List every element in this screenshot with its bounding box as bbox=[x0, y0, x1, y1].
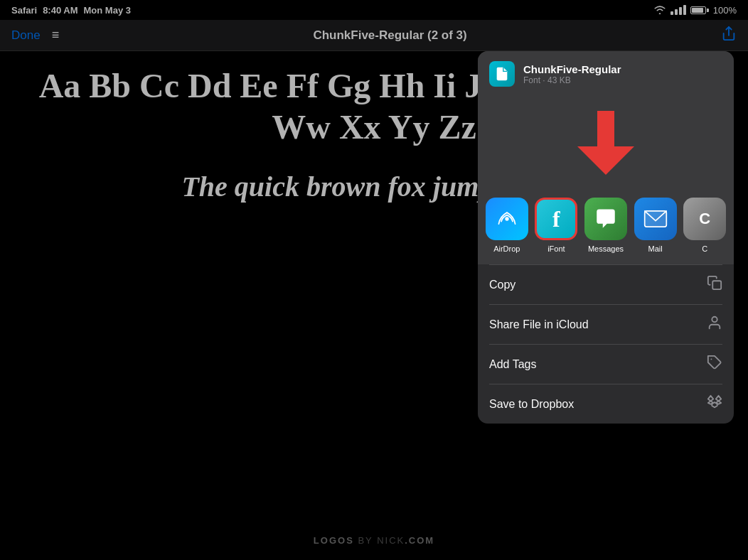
share-header: ChunkFive-Regular Font · 43 KB bbox=[478, 51, 734, 97]
icloud-label: Share File in iCloud bbox=[489, 318, 589, 331]
svg-rect-1 bbox=[597, 111, 614, 146]
share-sheet: ChunkFive-Regular Font · 43 KB AirDrop bbox=[478, 51, 734, 424]
more-label: C bbox=[702, 244, 707, 253]
copy-label: Copy bbox=[489, 279, 515, 291]
file-icon bbox=[489, 61, 515, 87]
share-file-title: ChunkFive-Regular bbox=[523, 63, 621, 75]
addtags-icon bbox=[707, 355, 722, 374]
app-icon-ifont[interactable]: f iFont bbox=[533, 198, 580, 253]
mail-icon bbox=[634, 198, 677, 240]
app-icon-mail[interactable]: Mail bbox=[632, 198, 679, 253]
mail-label: Mail bbox=[648, 244, 662, 253]
messages-label: Messages bbox=[588, 244, 624, 253]
icloud-action[interactable]: Share File in iCloud bbox=[478, 305, 734, 344]
svg-rect-6 bbox=[712, 281, 721, 289]
ifont-icon: f bbox=[535, 198, 577, 240]
dropbox-action[interactable]: Save to Dropbox bbox=[478, 384, 734, 424]
app-icons-row: AirDrop f iFont Messages bbox=[478, 189, 734, 264]
share-file-subtitle: Font · 43 KB bbox=[523, 75, 621, 85]
dropbox-label: Save to Dropbox bbox=[489, 398, 574, 411]
addtags-action[interactable]: Add Tags bbox=[478, 345, 734, 384]
arrow-container bbox=[478, 97, 734, 189]
icloud-icon bbox=[707, 315, 722, 334]
svg-point-7 bbox=[712, 317, 717, 322]
share-header-text: ChunkFive-Regular Font · 43 KB bbox=[523, 63, 621, 85]
dropbox-icon bbox=[707, 394, 722, 414]
ifont-letter: f bbox=[552, 206, 560, 232]
more-icon: C bbox=[683, 198, 726, 240]
svg-marker-2 bbox=[577, 146, 634, 175]
copy-action[interactable]: Copy bbox=[478, 265, 734, 304]
messages-icon bbox=[584, 198, 627, 240]
app-icon-messages[interactable]: Messages bbox=[582, 198, 629, 253]
app-icon-more[interactable]: C C bbox=[681, 198, 728, 253]
copy-icon bbox=[707, 275, 722, 294]
airdrop-icon bbox=[486, 198, 528, 240]
svg-point-3 bbox=[505, 217, 508, 220]
airdrop-label: AirDrop bbox=[493, 244, 520, 253]
addtags-label: Add Tags bbox=[489, 358, 536, 371]
red-arrow-icon bbox=[577, 111, 634, 175]
app-icon-airdrop[interactable]: AirDrop bbox=[483, 198, 530, 253]
ifont-label: iFont bbox=[547, 244, 565, 253]
